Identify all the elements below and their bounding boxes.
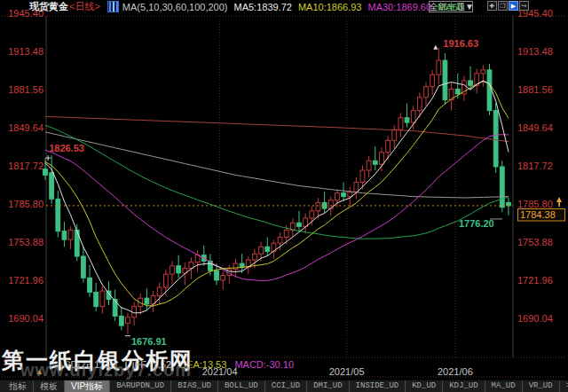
indicator-tab[interactable]: VIP指标 [65,380,110,392]
candle-body [455,89,460,93]
candlestick-series [43,48,511,334]
date-label: 2021/06 [438,366,473,377]
ma-lines [45,81,509,313]
candle-body [443,60,447,99]
macd-diff-value: DIFF:-1.52 [124,359,171,370]
price-label: 1721.96 [517,275,553,286]
candle-body [233,263,238,270]
price-label: 1690.04 [517,313,553,324]
candle-body [265,247,270,251]
macd-dea-value: DEA:13.53 [179,359,226,370]
indicator-tab[interactable]: KDJ_UD [443,380,485,392]
candle-body [500,167,504,208]
indicator-tab[interactable]: KD_UD [406,380,443,392]
indicator-tab[interactable]: BOLL_UD [218,380,265,392]
date-label: 2021/05 [329,366,365,377]
price-annotation: 1826.53 [49,143,84,153]
candle-body [145,298,149,304]
trading-app-window: 现货黄金 <日线> MA(5,10,30,60,100,200) MA5:183… [0,0,568,392]
candle-body [215,270,219,280]
ma-line-ma200 [45,116,509,141]
candle-body [240,263,244,267]
ma-settings-label: MA(5,10,30,60,100,200) [122,2,228,12]
y-axis-left: 1945.401913.481881.561849.641817.721785.… [8,8,43,324]
price-label: 1690.04 [8,313,43,324]
indicator-tab[interactable]: BARUPDN_UD [110,380,171,392]
ma10-value: MA10:1866.93 [298,2,362,12]
candle-body [342,193,346,197]
price-label: 1817.72 [517,161,553,171]
candle-body [367,161,371,170]
macd-value: MACD:-30.10 [234,359,294,370]
candle-body [297,223,302,226]
price-label: 1785.80 [8,199,43,209]
indicator-tab[interactable]: MA_UD [485,380,523,392]
candle-body [405,118,409,122]
price-label: 1785.80 [517,199,553,209]
price-annotation: 1776.20 [459,218,494,229]
month-gridlines [220,16,455,357]
price-label: 1913.48 [8,46,43,57]
candle-body [119,316,123,325]
candle-body [56,199,60,231]
expand-panel-icon[interactable]: ↪ [519,1,529,11]
candle-body [68,230,73,239]
window-buttons: ✚ ❐ ▶ ↪ [487,1,529,11]
candle-body [82,256,86,278]
indicator-tab[interactable]: DMI_UD [307,380,349,392]
period-label: <日线> [69,0,100,13]
ma5-value: MA5:1839.72 [234,2,292,12]
candle-body [88,278,92,292]
indicator-tab[interactable]: CCI_UD [265,380,307,392]
active-panel-icon[interactable]: ▶ [509,1,518,11]
candle-body [398,118,403,129]
indicator-tab-bar: 指标模板VIP指标BARUPDN_UDBIAS_UDBOLL_UDCCI_UDD… [0,380,568,392]
candle-body [113,300,117,317]
candle-body [100,291,105,307]
macd-settings-label: MACD(26,12,9) [49,359,116,370]
price-label: 1849.64 [8,122,43,133]
candle-body [373,161,377,164]
indicator-tab[interactable]: 模板 [34,380,65,392]
indicator-tab[interactable]: BIAS_UD [171,380,218,392]
candle-body [411,111,415,122]
price-label: 1881.56 [8,84,43,95]
theme-dropdown[interactable]: 全部主题▼ [429,1,473,12]
price-label: 1721.96 [8,275,43,286]
price-label: 1913.48 [517,46,553,57]
cascade-windows-icon[interactable]: ❐ [498,1,508,11]
indicator-tab[interactable]: VR_UD [523,380,560,392]
candle-body [163,274,168,287]
candle-body [493,111,498,167]
candle-body [360,170,365,182]
annotation-arrow-icon [433,45,438,50]
symbol-name: 现货黄金 [29,0,68,13]
candle-body [278,237,282,243]
price-arrow-stem [558,202,560,207]
badge-value: 1784.38 [520,209,556,220]
candle-body [195,255,200,263]
indicator-tab[interactable]: INSIDE_UD [350,380,406,392]
price-label: 1817.72 [8,161,43,171]
indicator-tab[interactable]: 指标 [3,380,34,392]
candle-body [437,60,441,74]
current-price-badge: 1784.38 [518,209,565,222]
candle-body [380,153,384,164]
price-label: 1753.88 [517,237,553,247]
macd-indicator-row: MACD(26,12,9) DIFF:-1.52 DEA:13.53 MACD:… [49,359,299,370]
price-label: 1753.88 [8,237,43,247]
candle-body [170,266,175,274]
candle-body [177,266,181,273]
candle-body [507,202,511,206]
candle-body [348,192,352,196]
y-axis-right: 1945.401913.481881.561849.641817.721785.… [517,8,553,324]
candle-body [392,129,397,140]
more-tabs-button[interactable]: >> [560,380,568,392]
candle-body [50,173,54,200]
candle-body [157,287,162,295]
move-panel-icon[interactable]: ✚ [487,1,497,11]
candle-body [126,318,130,324]
candle-body [424,87,429,98]
main-price-chart[interactable]: 2021/042021/052021/061945.401913.481881.… [0,0,568,392]
price-annotation: 1676.91 [131,336,167,347]
